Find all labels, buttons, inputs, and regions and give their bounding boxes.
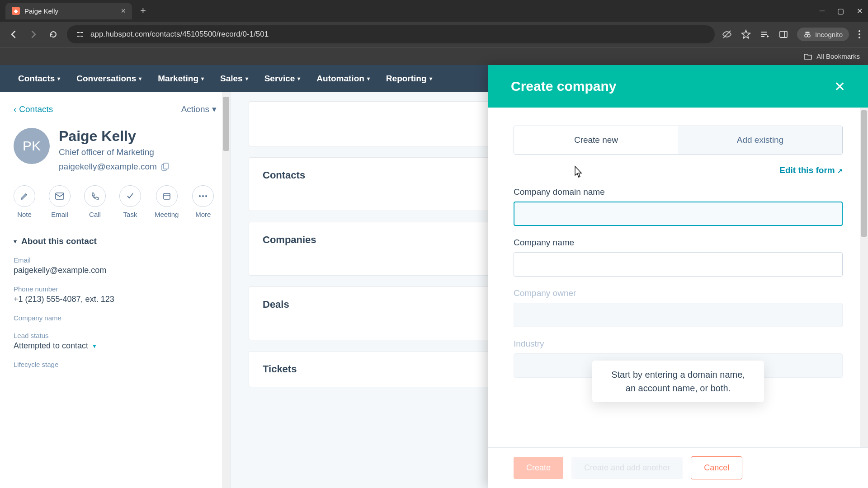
tab-add-existing[interactable]: Add existing bbox=[678, 126, 842, 154]
svg-point-10 bbox=[805, 34, 807, 37]
panel-icon[interactable] bbox=[779, 30, 788, 39]
company-domain-input[interactable] bbox=[514, 202, 843, 226]
field-company-owner: Company owner bbox=[514, 288, 843, 327]
tab-title: Paige Kelly bbox=[24, 7, 58, 15]
panel-footer: Create Create and add another Cancel bbox=[488, 447, 868, 488]
incognito-icon bbox=[803, 30, 811, 38]
url-field[interactable]: app.hubspot.com/contacts/45105500/record… bbox=[67, 25, 715, 43]
all-bookmarks-link[interactable]: All Bookmarks bbox=[816, 52, 860, 60]
svg-point-22 bbox=[205, 195, 207, 197]
task-button[interactable]: Task bbox=[119, 185, 141, 218]
sidebar-scrollbar[interactable] bbox=[222, 92, 230, 488]
contact-name: Paige Kelly bbox=[59, 128, 169, 145]
copy-icon[interactable] bbox=[161, 163, 169, 171]
chevron-down-icon: ▾ bbox=[57, 75, 60, 82]
minimize-icon[interactable]: ─ bbox=[820, 7, 825, 15]
panel-header: Create company ✕ bbox=[488, 65, 868, 108]
svg-rect-16 bbox=[164, 163, 168, 169]
chevron-down-icon: ▾ bbox=[297, 75, 300, 82]
nav-automation[interactable]: Automation▾ bbox=[316, 74, 370, 84]
nav-reporting[interactable]: Reporting▾ bbox=[386, 74, 432, 84]
contact-title: Chief officer of Marketing bbox=[59, 147, 169, 157]
meeting-button[interactable]: Meeting bbox=[155, 185, 179, 218]
nav-marketing[interactable]: Marketing▾ bbox=[158, 74, 204, 84]
helper-tooltip: Start by entering a domain name, an acco… bbox=[592, 361, 764, 402]
star-icon[interactable] bbox=[741, 29, 751, 39]
chevron-left-icon: ‹ bbox=[14, 104, 16, 114]
nav-contacts[interactable]: Contacts▾ bbox=[18, 74, 60, 84]
company-name-input[interactable] bbox=[514, 252, 843, 277]
cancel-button[interactable]: Cancel bbox=[691, 456, 742, 479]
incognito-chip[interactable]: Incognito bbox=[797, 28, 849, 41]
playlist-icon[interactable] bbox=[760, 29, 770, 39]
nav-conversations[interactable]: Conversations▾ bbox=[76, 74, 142, 84]
svg-point-20 bbox=[199, 195, 201, 197]
tab-create-new[interactable]: Create new bbox=[514, 126, 678, 154]
menu-icon[interactable] bbox=[858, 30, 861, 39]
svg-rect-8 bbox=[780, 31, 787, 38]
svg-rect-18 bbox=[164, 193, 170, 199]
panel-scrollbar[interactable] bbox=[860, 108, 868, 447]
app-root: Contacts▾ Conversations▾ Marketing▾ Sale… bbox=[0, 65, 868, 488]
field-company-name: Company name bbox=[14, 314, 217, 322]
field-lifecycle-stage: Lifecycle stage bbox=[14, 361, 217, 368]
nav-sales[interactable]: Sales▾ bbox=[220, 74, 248, 84]
contact-email: paigekelly@example.com bbox=[59, 162, 157, 172]
call-button[interactable]: Call bbox=[84, 185, 106, 218]
svg-rect-0 bbox=[77, 32, 80, 33]
svg-rect-17 bbox=[56, 193, 64, 199]
reload-button[interactable] bbox=[47, 28, 60, 41]
svg-point-11 bbox=[807, 34, 810, 37]
forward-button[interactable] bbox=[27, 28, 40, 41]
create-button[interactable]: Create bbox=[514, 457, 563, 479]
browser-tab[interactable]: ◆ Paige Kelly × bbox=[5, 3, 132, 19]
svg-rect-3 bbox=[80, 36, 83, 37]
edit-form-link[interactable]: Edit this form ↗ bbox=[514, 165, 843, 175]
url-text: app.hubspot.com/contacts/45105500/record… bbox=[90, 30, 269, 39]
field-email: Email paigekelly@example.com bbox=[14, 256, 217, 275]
tab-bar: ◆ Paige Kelly × + ─ ▢ ✕ bbox=[0, 0, 868, 22]
svg-rect-2 bbox=[77, 36, 80, 37]
incognito-label: Incognito bbox=[815, 31, 843, 38]
company-owner-select bbox=[514, 303, 843, 327]
field-phone: Phone number +1 (213) 555-4087, ext. 123 bbox=[14, 285, 217, 304]
contact-action-buttons: Note Email Call Task Meeting bbox=[14, 185, 217, 218]
chevron-down-icon: ▾ bbox=[367, 75, 370, 82]
hubspot-favicon: ◆ bbox=[12, 7, 20, 15]
chevron-down-icon: ▾ bbox=[429, 75, 432, 82]
contact-sidebar: ‹ Contacts Actions ▾ PK Paige Kelly Chie… bbox=[0, 92, 231, 488]
email-button[interactable]: Email bbox=[49, 185, 71, 218]
folder-icon bbox=[804, 53, 812, 60]
site-settings-icon[interactable] bbox=[75, 29, 85, 39]
chevron-down-icon: ▾ bbox=[245, 75, 248, 82]
new-tab-button[interactable]: + bbox=[136, 5, 151, 17]
avatar: PK bbox=[14, 128, 50, 164]
create-and-add-another-button[interactable]: Create and add another bbox=[571, 457, 683, 479]
actions-dropdown[interactable]: Actions ▾ bbox=[181, 104, 217, 114]
chevron-down-icon: ▾ bbox=[201, 75, 204, 82]
svg-point-21 bbox=[202, 195, 204, 197]
svg-point-12 bbox=[859, 30, 860, 32]
panel-title: Create company bbox=[511, 79, 616, 94]
field-company-domain: Company domain name bbox=[514, 187, 843, 226]
create-mode-tabs: Create new Add existing bbox=[514, 126, 843, 155]
address-bar: app.hubspot.com/contacts/45105500/record… bbox=[0, 22, 868, 47]
close-window-icon[interactable]: ✕ bbox=[857, 7, 863, 15]
window-controls: ─ ▢ ✕ bbox=[820, 7, 863, 15]
eye-off-icon[interactable] bbox=[722, 29, 732, 39]
back-button[interactable] bbox=[7, 28, 20, 41]
nav-service[interactable]: Service▾ bbox=[264, 74, 301, 84]
close-tab-icon[interactable]: × bbox=[121, 6, 126, 16]
more-button[interactable]: More bbox=[192, 185, 214, 218]
svg-point-14 bbox=[859, 37, 860, 38]
breadcrumb[interactable]: ‹ Contacts bbox=[14, 104, 53, 114]
contact-header: PK Paige Kelly Chief officer of Marketin… bbox=[14, 128, 217, 172]
svg-point-13 bbox=[859, 33, 860, 35]
about-section-header[interactable]: ▾ About this contact bbox=[14, 236, 217, 246]
browser-chrome: ◆ Paige Kelly × + ─ ▢ ✕ app.hubspot.com/… bbox=[0, 0, 868, 65]
create-company-panel: Create company ✕ Create new Add existing… bbox=[488, 65, 868, 488]
note-button[interactable]: Note bbox=[14, 185, 35, 218]
close-icon[interactable]: ✕ bbox=[834, 79, 845, 94]
caret-down-icon: ▾ bbox=[212, 104, 217, 114]
maximize-icon[interactable]: ▢ bbox=[837, 7, 844, 15]
